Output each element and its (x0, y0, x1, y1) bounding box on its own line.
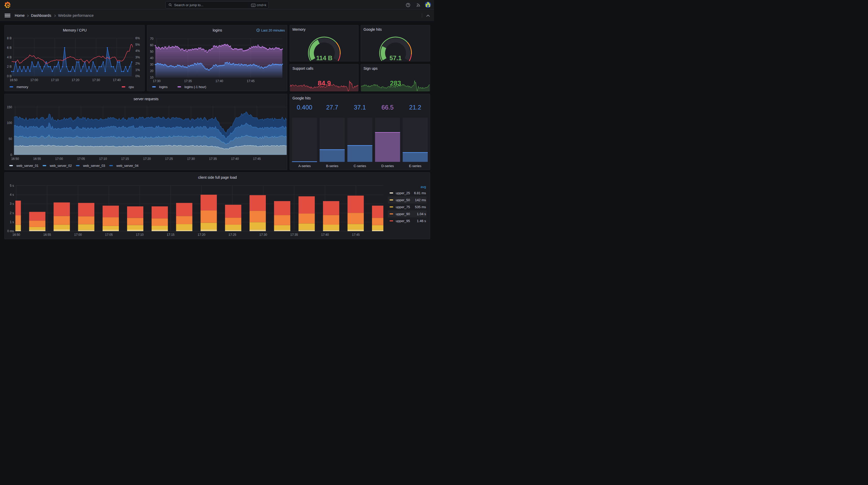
svg-text:1.04 s: 1.04 s (417, 212, 426, 216)
svg-text:16:50: 16:50 (12, 233, 20, 236)
svg-text:Support calls: Support calls (292, 66, 313, 70)
svg-text:17:05: 17:05 (105, 233, 113, 236)
svg-text:17:25: 17:25 (228, 233, 236, 236)
svg-text:66.5: 66.5 (381, 104, 394, 111)
svg-text:cpu: cpu (129, 85, 134, 89)
svg-text:Sign ups: Sign ups (364, 66, 377, 70)
svg-text:27.7: 27.7 (326, 104, 338, 111)
svg-text:17:40: 17:40 (321, 233, 329, 236)
svg-text:upper_90: upper_90 (396, 212, 410, 216)
svg-text:logins: logins (159, 85, 168, 89)
svg-text:17:35: 17:35 (209, 157, 217, 160)
svg-text:memory: memory (17, 85, 28, 89)
svg-text:Google hits: Google hits (364, 27, 382, 32)
svg-text:17:30: 17:30 (153, 79, 160, 83)
svg-text:Google hits: Google hits (292, 96, 311, 100)
svg-text:17:00: 17:00 (74, 233, 82, 236)
svg-text:37.1: 37.1 (354, 104, 366, 111)
svg-text:17:40: 17:40 (231, 157, 239, 160)
svg-text:Memory / CPU: Memory / CPU (63, 28, 87, 32)
svg-text:upper_95: upper_95 (396, 219, 410, 223)
svg-text:17:10: 17:10 (99, 157, 107, 160)
svg-text:70: 70 (150, 37, 153, 40)
svg-text:17:30: 17:30 (259, 233, 267, 236)
svg-text:web_server_03: web_server_03 (83, 164, 105, 167)
svg-text:upper_75: upper_75 (396, 205, 410, 209)
svg-text:17:20: 17:20 (71, 78, 79, 82)
svg-text:2%: 2% (135, 62, 140, 65)
svg-text:114 B: 114 B (316, 55, 333, 61)
svg-text:Last 20 minutes: Last 20 minutes (261, 28, 285, 32)
svg-text:16:55: 16:55 (33, 157, 41, 160)
svg-text:6 B: 6 B (7, 46, 11, 49)
svg-text:0%: 0% (135, 74, 140, 78)
svg-text:2 s: 2 s (10, 211, 14, 215)
svg-text:17:30: 17:30 (187, 157, 195, 160)
svg-text:4%: 4% (135, 49, 140, 53)
svg-text:17:40: 17:40 (215, 79, 223, 83)
svg-text:10: 10 (150, 75, 153, 79)
svg-text:E-series: E-series (409, 164, 421, 168)
svg-text:17:05: 17:05 (77, 157, 85, 160)
svg-text:50: 50 (150, 50, 153, 53)
svg-text:17:15: 17:15 (121, 157, 129, 160)
svg-text:A-series: A-series (299, 164, 311, 168)
svg-text:0 B: 0 B (7, 74, 11, 78)
svg-text:logins: logins (213, 28, 222, 32)
svg-text:17:25: 17:25 (165, 157, 173, 160)
svg-text:17:30: 17:30 (92, 78, 100, 82)
svg-text:server requests: server requests (133, 97, 158, 101)
svg-text:logins (-1 hour): logins (-1 hour) (184, 85, 206, 89)
svg-text:upper_50: upper_50 (396, 198, 410, 202)
svg-text:6%: 6% (135, 36, 140, 40)
svg-text:2 B: 2 B (7, 65, 11, 68)
svg-text:84.9: 84.9 (318, 79, 331, 87)
svg-text:1 s: 1 s (10, 220, 14, 224)
svg-text:1%: 1% (135, 68, 140, 71)
svg-text:0 ms: 0 ms (7, 229, 14, 233)
svg-text:21.2: 21.2 (409, 104, 421, 111)
svg-text:17:40: 17:40 (113, 78, 121, 82)
svg-text:B-series: B-series (326, 164, 338, 168)
svg-text:16:55: 16:55 (43, 233, 51, 236)
svg-text:avg: avg (421, 185, 426, 189)
svg-text:17:35: 17:35 (290, 233, 298, 236)
svg-text:0: 0 (10, 153, 12, 157)
svg-text:17:10: 17:10 (136, 233, 144, 236)
svg-text:283: 283 (390, 79, 401, 87)
svg-text:upper_25: upper_25 (396, 191, 410, 195)
svg-text:17:45: 17:45 (352, 233, 360, 236)
svg-text:web_server_02: web_server_02 (50, 164, 72, 167)
svg-text:30: 30 (150, 63, 153, 66)
svg-text:17:20: 17:20 (143, 157, 151, 160)
svg-text:8 B: 8 B (7, 36, 11, 40)
svg-text:3%: 3% (135, 55, 140, 59)
svg-text:web_server_01: web_server_01 (16, 164, 39, 167)
svg-text:4 s: 4 s (10, 193, 14, 197)
svg-text:17:00: 17:00 (55, 157, 63, 160)
svg-text:16:50: 16:50 (9, 78, 17, 82)
svg-text:3 s: 3 s (10, 202, 14, 205)
svg-text:0.400: 0.400 (297, 104, 312, 111)
svg-text:web_server_04: web_server_04 (116, 164, 139, 167)
svg-text:17:35: 17:35 (184, 79, 192, 83)
svg-text:1.46 s: 1.46 s (417, 219, 426, 223)
svg-text:17:20: 17:20 (197, 233, 206, 236)
svg-text:20: 20 (150, 69, 153, 72)
svg-text:40: 40 (150, 56, 153, 60)
svg-text:57.1: 57.1 (390, 55, 402, 61)
svg-text:D-series: D-series (381, 164, 394, 168)
svg-text:16:50: 16:50 (11, 157, 19, 160)
svg-text:6.81 ms: 6.81 ms (414, 191, 426, 195)
svg-text:142 ms: 142 ms (415, 198, 426, 202)
svg-text:5 s: 5 s (10, 184, 14, 187)
svg-text:60: 60 (150, 43, 153, 47)
svg-text:535 ms: 535 ms (415, 205, 426, 209)
svg-text:Memory: Memory (292, 27, 306, 32)
svg-text:17:45: 17:45 (253, 157, 261, 160)
svg-text:50: 50 (8, 137, 12, 140)
svg-text:17:10: 17:10 (51, 78, 59, 82)
svg-text:17:00: 17:00 (30, 78, 38, 82)
svg-text:17:45: 17:45 (247, 79, 254, 83)
svg-text:150: 150 (7, 105, 12, 109)
